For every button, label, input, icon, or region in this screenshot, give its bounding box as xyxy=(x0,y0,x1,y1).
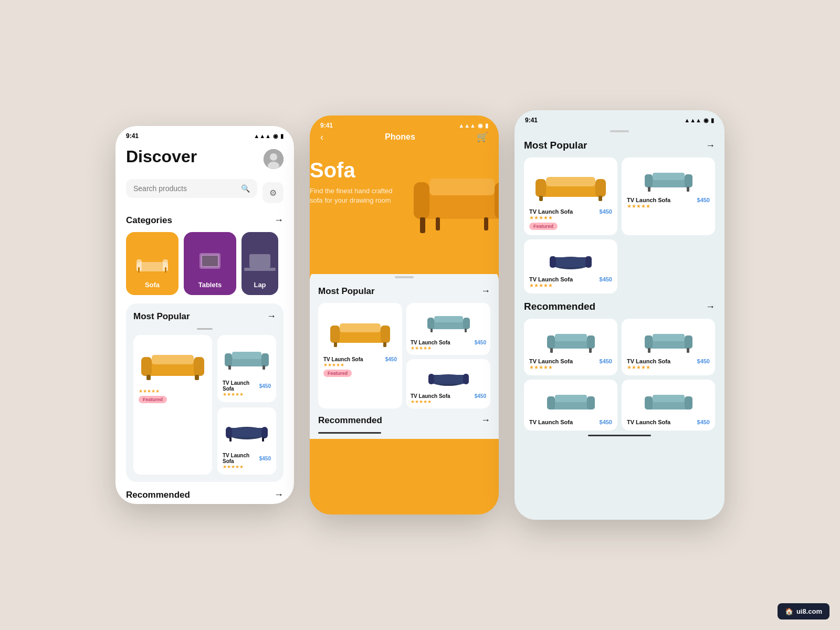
recommended-header-middle: Recommended → xyxy=(318,415,490,426)
teal-product-name: TV Launch Sofa xyxy=(223,380,259,392)
status-icons-left: ▲▲▲ ◉ ▮ xyxy=(254,133,284,140)
product-grid-middle: TV Launch Sofa $450 ★★★★★ Featured xyxy=(318,303,490,408)
dark-product-row: TV Launch Sofa $450 xyxy=(223,453,271,464)
dark-mid-stars: ★★★★★ xyxy=(411,399,486,404)
popular-arrow-right[interactable]: → xyxy=(706,140,715,151)
categories-arrow[interactable]: → xyxy=(274,215,284,226)
svg-rect-33 xyxy=(495,182,499,219)
popular-title-left: Most Popular xyxy=(133,311,190,322)
back-button[interactable]: ‹ xyxy=(320,132,323,143)
svg-rect-75 xyxy=(550,348,553,353)
product-card-dark-mid[interactable]: TV Launch Sofa $450 ★★★★★ xyxy=(406,359,490,408)
product-right-dark-1[interactable]: TV Launch Sofa $450 ★★★★★ xyxy=(524,239,617,293)
rec-3-name: TV Launch Sofa xyxy=(529,419,573,425)
recommended-title-middle: Recommended xyxy=(318,415,382,426)
rec-product-4[interactable]: TV Launch Sofa $450 xyxy=(622,380,715,430)
dark-product-stars: ★★★★★ xyxy=(223,464,271,469)
recommended-arrow-middle[interactable]: → xyxy=(481,415,490,426)
svg-rect-81 xyxy=(648,348,650,353)
svg-point-1 xyxy=(270,153,277,161)
svg-rect-63 xyxy=(685,174,692,187)
hero-subtitle: Find the finest hand crafted sofa for yo… xyxy=(310,186,394,205)
svg-rect-88 xyxy=(645,396,653,410)
tablet-category-icon xyxy=(192,249,228,278)
phone-left: 9:41 ▲▲▲ ◉ ▮ Discover xyxy=(116,126,294,504)
cart-icon[interactable]: 🛒 xyxy=(477,131,488,143)
wifi-icon-mid: ◉ xyxy=(478,122,483,129)
rec-4-name: TV Launch Sofa xyxy=(627,419,670,425)
categories-section-header: Categories → xyxy=(126,215,284,226)
right-teal-1-price: $450 xyxy=(697,197,710,203)
recommended-arrow-left[interactable]: → xyxy=(274,489,284,499)
status-bar-left: 9:41 ▲▲▲ ◉ ▮ xyxy=(116,126,294,142)
svg-rect-30 xyxy=(262,437,264,442)
wifi-icon-right: ◉ xyxy=(704,117,709,124)
page-title-middle: Phones xyxy=(385,132,415,142)
filter-button[interactable]: ⚙ xyxy=(262,182,284,203)
popular-arrow-left[interactable]: → xyxy=(267,311,276,322)
teal-mid-row: TV Launch Sofa $450 xyxy=(411,340,486,345)
phone-right: 9:41 ▲▲▲ ◉ ▮ Most Popular → xyxy=(514,110,724,520)
right-dark-1-stars: ★★★★★ xyxy=(529,282,612,288)
svg-rect-82 xyxy=(687,348,689,353)
hero-section: Sofa Find the finest hand crafted sofa f… xyxy=(310,148,499,274)
svg-rect-32 xyxy=(414,182,429,219)
right-teal-1-stars: ★★★★★ xyxy=(627,203,710,209)
sheet-handle-middle xyxy=(395,276,414,278)
category-sofa[interactable]: Sofa xyxy=(126,232,178,295)
product-right-yellow-large[interactable]: TV Launch Sofa $450 ★★★★★ Featured xyxy=(524,158,617,235)
product-card-large-left[interactable]: ★★★★★ Featured xyxy=(133,335,212,475)
svg-rect-65 xyxy=(648,187,650,192)
search-bar[interactable]: 🔍 xyxy=(126,179,257,198)
svg-rect-22 xyxy=(232,352,261,359)
category-tablets[interactable]: Tablets xyxy=(184,232,236,295)
svg-rect-64 xyxy=(653,173,685,180)
popular-arrow-middle[interactable]: → xyxy=(481,286,490,297)
svg-rect-23 xyxy=(228,365,231,370)
status-bar-right: 9:41 ▲▲▲ ◉ ▮ xyxy=(514,110,724,126)
rec-product-1[interactable]: TV Launch Sofa $450 ★★★★★ xyxy=(524,319,617,375)
svg-rect-44 xyxy=(383,342,386,347)
right-dark-1-price: $450 xyxy=(600,276,612,282)
status-time-right: 9:41 xyxy=(525,117,538,124)
svg-rect-26 xyxy=(227,428,267,437)
rec-product-3[interactable]: TV Launch Sofa $450 xyxy=(524,380,617,430)
svg-rect-72 xyxy=(547,335,555,349)
svg-rect-89 xyxy=(685,396,692,410)
svg-rect-29 xyxy=(229,437,232,442)
svg-rect-42 xyxy=(340,323,381,332)
svg-rect-62 xyxy=(645,174,653,187)
rec-3-price: $450 xyxy=(600,419,612,425)
product-card-teal-mid[interactable]: TV Launch Sofa $450 ★★★★★ xyxy=(406,303,490,355)
recommended-title-right: Recommended xyxy=(524,301,595,312)
right-dark-1-name: TV Launch Sofa xyxy=(529,276,573,282)
avatar[interactable] xyxy=(264,149,284,169)
product-right-teal-1[interactable]: TV Launch Sofa $450 ★★★★★ xyxy=(622,158,715,235)
rec-1-price: $450 xyxy=(600,358,612,364)
svg-rect-20 xyxy=(225,353,232,366)
svg-rect-60 xyxy=(598,196,602,201)
recommended-title-left: Recommended xyxy=(126,490,190,499)
right-yellow-name: TV Launch Sofa xyxy=(529,208,573,215)
category-laptops[interactable]: Lap xyxy=(242,232,278,295)
product-card-teal-left[interactable]: TV Launch Sofa $450 ★★★★★ xyxy=(217,335,276,402)
popular-header-right: Most Popular → xyxy=(524,140,715,151)
yellow-sofa-icon xyxy=(139,345,207,382)
popular-title-right: Most Popular xyxy=(524,140,587,151)
svg-rect-80 xyxy=(653,334,685,341)
product-card-yellow-mid[interactable]: TV Launch Sofa $450 ★★★★★ Featured xyxy=(318,303,402,408)
recommended-arrow-right[interactable]: → xyxy=(706,301,715,312)
svg-rect-48 xyxy=(434,316,463,322)
product-card-dark-left[interactable]: TV Launch Sofa $450 ★★★★★ xyxy=(217,407,276,475)
search-icon[interactable]: 🔍 xyxy=(241,184,250,193)
search-input[interactable] xyxy=(133,184,241,193)
laptop-category-icon xyxy=(242,249,278,278)
svg-rect-70 xyxy=(585,256,592,268)
teal-product-price: $450 xyxy=(259,383,271,389)
wifi-icon: ◉ xyxy=(273,133,278,140)
watermark: 🏠 ui8.com xyxy=(778,603,830,620)
status-icons-middle: ▲▲▲ ◉ ▮ xyxy=(458,122,488,129)
rec-product-2[interactable]: TV Launch Sofa $450 ★★★★★ xyxy=(622,319,715,375)
svg-rect-46 xyxy=(427,318,434,329)
svg-rect-54 xyxy=(463,374,469,384)
